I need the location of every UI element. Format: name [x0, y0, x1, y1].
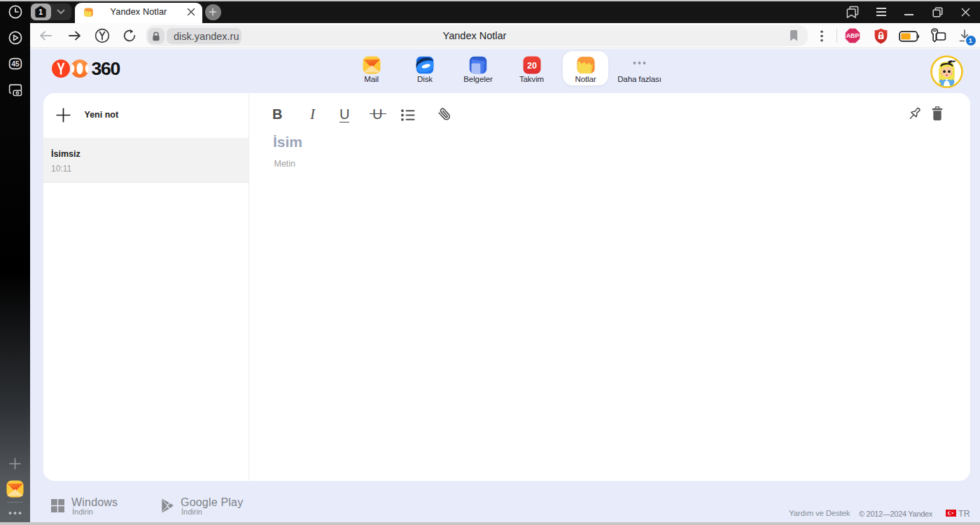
svg-text:20: 20 [527, 61, 537, 71]
svg-text:45: 45 [11, 60, 20, 68]
svg-text:ABP: ABP [846, 32, 860, 39]
svg-text:1: 1 [38, 8, 43, 16]
